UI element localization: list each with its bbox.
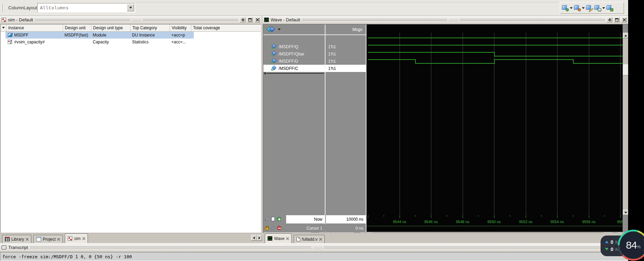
coverage-save-icon[interactable] — [562, 4, 569, 11]
chevron-down-icon[interactable] — [602, 7, 605, 9]
table-row[interactable]: #vsim_capacity#CapacityStatistics+acc=..… — [1, 39, 261, 45]
expand-button[interactable] — [607, 17, 612, 22]
timeline-label: 9548 ns — [456, 220, 469, 224]
cursor-row[interactable]: Cursor 10 ns — [263, 224, 366, 232]
remove-cursor-icon[interactable] — [277, 226, 281, 230]
transcript-titlebar[interactable]: Transcript — [0, 243, 628, 252]
timeline-tick — [400, 215, 400, 218]
signal-value-row[interactable]: 1'h1 — [325, 43, 366, 50]
column-header-visibility[interactable]: Visibility — [170, 24, 191, 31]
tab-fulladd[interactable]: fulladd.v — [294, 235, 325, 243]
chevron-down-icon[interactable] — [570, 7, 573, 9]
expand-button[interactable] — [240, 17, 245, 22]
wave-icon — [264, 18, 269, 22]
edit-mode-icon[interactable] — [265, 217, 269, 221]
column-header-top-category[interactable]: Top Category — [130, 24, 170, 31]
column-layout-combobox[interactable]: AllColumns — [37, 3, 135, 12]
chevron-down-icon[interactable] — [582, 7, 585, 9]
waveform-canvas[interactable] — [366, 24, 623, 215]
tab-close-icon[interactable] — [57, 238, 60, 241]
signal-value: 1'h1 — [328, 59, 336, 64]
now-row-icons — [265, 217, 281, 221]
sim-panel-titlebar[interactable]: sim - Default — [0, 16, 261, 24]
signal-name-row[interactable]: /MSDFF/Q — [263, 43, 325, 50]
timeline-axis[interactable]: 9544 ns9546 ns9548 ns9550 ns9552 ns9554 … — [366, 215, 623, 232]
tab-project[interactable]: Project — [33, 235, 63, 243]
titlebar-rule — [30, 247, 311, 248]
titlebar-grip-handle[interactable] — [132, 19, 141, 21]
titlebar-grip-handle[interactable] — [313, 246, 322, 249]
toolbar-grip[interactable] — [1, 4, 2, 12]
close-icon — [256, 18, 259, 21]
signal-value: 1'h1 — [328, 52, 336, 56]
undock-button[interactable] — [614, 17, 620, 22]
column-header-instance[interactable]: Instance — [6, 24, 63, 31]
column-header-design-unit-type[interactable]: Design unit type — [91, 24, 130, 31]
signal-leaf-icon — [271, 51, 276, 56]
table-row[interactable]: MSDFFMSDFF(fast)ModuleDU Instance+acc=p — [1, 32, 261, 39]
tab-close-icon[interactable] — [286, 237, 289, 240]
table-cell: Module — [93, 33, 106, 38]
wave-content: Msgs/MSDFF/Q/MSDFF/Qbar/MSDFF/D/MSDFF/C1… — [263, 24, 628, 233]
coverage-merge-icon[interactable] — [606, 4, 613, 11]
close-button[interactable] — [621, 17, 627, 22]
table-cell: #vsim_capacity# — [14, 40, 45, 44]
signal-trace-high — [368, 52, 494, 53]
view-mode-icon[interactable] — [271, 217, 275, 221]
signal-name-row[interactable]: /MSDFF/C — [263, 65, 325, 72]
coverage-edit-icon[interactable] — [586, 4, 593, 11]
close-button[interactable] — [254, 17, 260, 22]
scroll-down-button[interactable] — [623, 210, 628, 215]
table-cell: Statistics — [132, 40, 149, 44]
undock-button[interactable] — [247, 17, 253, 22]
tab-close-icon[interactable] — [82, 237, 85, 240]
download-value: 0 — [611, 247, 613, 252]
column-header-total-coverage[interactable]: Total coverage — [191, 24, 227, 31]
sort-arrow-icon[interactable] — [2, 27, 5, 29]
signal-filter-icon[interactable] — [267, 27, 276, 32]
wave-panel-title: Wave - Default — [271, 17, 300, 22]
column-layout-label: ColumnLayout — [8, 5, 37, 10]
tab-scroll-left-button[interactable] — [251, 235, 256, 241]
tab-close-icon[interactable] — [319, 238, 322, 241]
wave-vertical-scrollbar[interactable] — [623, 33, 628, 215]
wrench-icon[interactable] — [271, 226, 275, 230]
signal-name-row[interactable]: /MSDFF/D — [263, 58, 325, 65]
scrollbar-thumb[interactable] — [623, 64, 628, 75]
titlebar-grip-handle[interactable] — [449, 19, 458, 21]
signal-trace-low — [494, 56, 623, 56]
undock-icon — [615, 18, 618, 21]
tab-label: sim — [74, 236, 81, 241]
tab-close-icon[interactable] — [26, 238, 29, 241]
add-icon[interactable] — [277, 217, 281, 221]
timeline-tick — [368, 215, 368, 218]
plus-icon — [608, 18, 611, 21]
column-layout-value: AllColumns — [40, 5, 69, 10]
lock-icon[interactable] — [265, 227, 269, 230]
coverage-export-icon[interactable] — [594, 4, 601, 11]
performance-percent: 84 % — [620, 231, 644, 259]
combobox-dropdown-button[interactable] — [127, 4, 134, 11]
tab-library[interactable]: Library — [2, 235, 31, 243]
scroll-up-button[interactable] — [623, 33, 628, 38]
tab-sim[interactable]: sim — [65, 233, 88, 243]
header-underline — [263, 34, 366, 35]
signal-name-row[interactable]: /MSDFF/Qbar — [263, 50, 325, 58]
fulladd-icon — [296, 237, 300, 241]
modelsim-window: ColumnLayout AllColumns sim - Default — [0, 0, 644, 261]
sim-panel: sim - Default InstanceDesign unitDesign … — [0, 16, 261, 233]
chevron-down-icon[interactable] — [278, 29, 281, 30]
transcript-command-line[interactable]: force -freeze sim:/MSDFF/D 1 0, 0 {50 ns… — [0, 252, 628, 261]
scrollbar-track[interactable] — [623, 33, 628, 215]
library-icon — [5, 237, 10, 241]
signal-name: /MSDFF/C — [279, 66, 298, 71]
signal-value-row[interactable]: 1'h1 — [325, 65, 366, 72]
column-header-design-unit[interactable]: Design unit — [63, 24, 91, 31]
signal-value-row[interactable]: 1'h1 — [325, 58, 366, 65]
timeline-tick — [431, 215, 431, 218]
signal-value-row[interactable]: 1'h1 — [325, 50, 366, 58]
coverage-reload-icon[interactable] — [574, 4, 581, 11]
tab-scroll-right-button[interactable] — [256, 235, 262, 241]
tab-wave[interactable]: Wave — [265, 233, 292, 243]
wave-panel-titlebar[interactable]: Wave - Default — [263, 16, 628, 24]
